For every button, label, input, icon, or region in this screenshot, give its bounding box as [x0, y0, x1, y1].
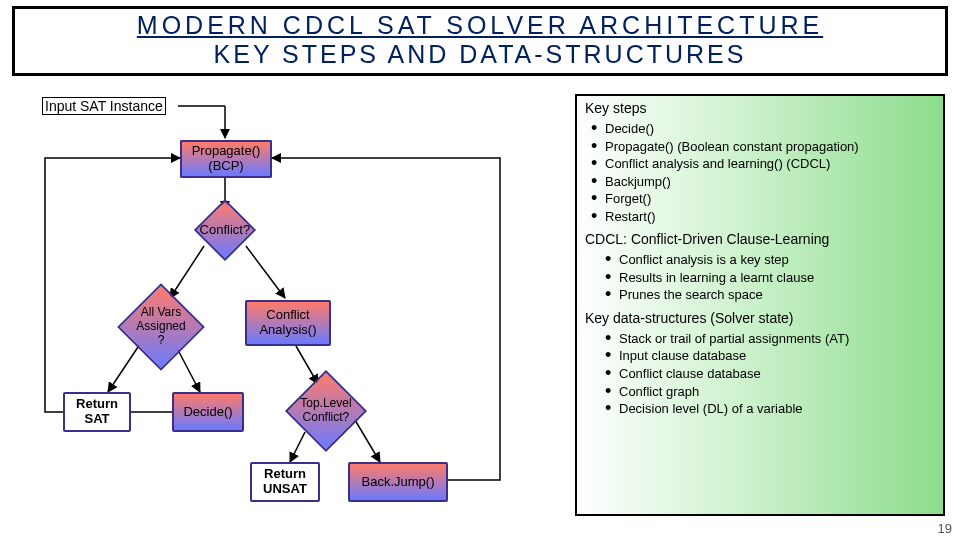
node-conflict-label: Conflict? [200, 223, 251, 238]
list-item: Conflict analysis is a key step [619, 251, 935, 269]
node-conflict-analysis-label: Conflict Analysis() [259, 308, 316, 338]
node-toplevel-label: Top.Level Conflict? [300, 397, 351, 425]
list-item: Forget() [605, 190, 935, 208]
ds-list: Stack or trail of partial assignments (A… [585, 330, 935, 418]
node-return-sat-label: Return SAT [76, 397, 118, 427]
list-item: Propagate() (Boolean constant propagatio… [605, 138, 935, 156]
list-item: Decide() [605, 120, 935, 138]
list-item: Backjump() [605, 173, 935, 191]
list-item: Restart() [605, 208, 935, 226]
svg-line-8 [290, 432, 305, 462]
node-allvars-label: All Vars Assigned ? [136, 306, 185, 347]
key-steps-panel: Key steps Decide() Propagate() (Boolean … [575, 94, 945, 516]
svg-line-3 [170, 246, 204, 298]
node-backjump: Back.Jump() [348, 462, 448, 502]
list-item: Conflict graph [619, 383, 935, 401]
svg-line-9 [355, 420, 380, 462]
list-item: Conflict clause database [619, 365, 935, 383]
list-item: Decision level (DL) of a variable [619, 400, 935, 418]
title-box: MODERN CDCL SAT SOLVER ARCHITECTURE KEY … [12, 6, 948, 76]
node-toplevel: Top.Level Conflict? [285, 370, 367, 452]
svg-line-5 [108, 344, 140, 392]
node-propagate-overlay: Propagate() (BCP) [180, 140, 272, 178]
list-item: Stack or trail of partial assignments (A… [619, 330, 935, 348]
list-item: Conflict analysis and learning() (CDCL) [605, 155, 935, 173]
node-decide-label: Decide() [183, 405, 232, 420]
node-decide: Decide() [172, 392, 244, 432]
list-item: Results in learning a learnt clause [619, 269, 935, 287]
svg-line-7 [296, 346, 318, 384]
node-allvars: All Vars Assigned ? [117, 283, 205, 371]
svg-line-6 [178, 350, 200, 392]
cdcl-list: Conflict analysis is a key step Results … [585, 251, 935, 304]
input-sat-instance: Input SAT Instance [42, 97, 166, 115]
title-line1: MODERN CDCL SAT SOLVER ARCHITECTURE [15, 11, 945, 40]
node-conflict-analysis: Conflict Analysis() [245, 300, 331, 346]
node-backjump-label: Back.Jump() [362, 475, 435, 490]
cdcl-title: CDCL: Conflict-Driven Clause-Learning [585, 231, 935, 247]
node-return-unsat: Return UNSAT [250, 462, 320, 502]
title-line2: KEY STEPS AND DATA-STRUCTURES [15, 40, 945, 69]
list-item: Input clause database [619, 347, 935, 365]
keysteps-title: Key steps [585, 100, 935, 116]
ds-title: Key data-structures (Solver state) [585, 310, 935, 326]
node-conflict: Conflict? [194, 199, 256, 261]
node-return-sat: Return SAT [63, 392, 131, 432]
keysteps-list: Decide() Propagate() (Boolean constant p… [585, 120, 935, 225]
node-return-unsat-label: Return UNSAT [263, 467, 307, 497]
svg-line-4 [246, 246, 285, 298]
page-number: 19 [938, 521, 952, 536]
list-item: Prunes the search space [619, 286, 935, 304]
